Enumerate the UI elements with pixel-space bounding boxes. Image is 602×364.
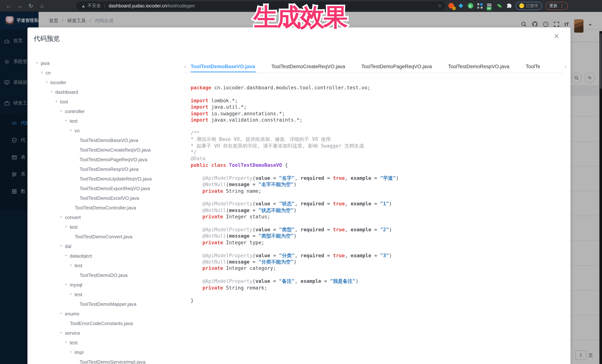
tree-node-ToolTestDemoConvert.java[interactable]: ToolTestDemoConvert.java [70, 232, 132, 241]
tree-node-ToolTestDemoRespVO.java[interactable]: ToolTestDemoRespVO.java [75, 164, 139, 174]
tree-node-tool[interactable]: tool [55, 97, 68, 106]
tree-folder-label: dal [65, 243, 71, 249]
extensions-row: 1 y on [448, 0, 568, 11]
gem-extension-icon[interactable] [458, 3, 464, 9]
tree-folder-label: mysql [70, 282, 82, 287]
tree-node-test[interactable]: test [65, 222, 77, 232]
code-line: @NotNull(message = "状态不能为空") [191, 207, 399, 214]
chevron-down-icon[interactable] [36, 62, 38, 64]
reload-button[interactable]: ↻ [25, 2, 36, 9]
chevron-down-icon[interactable] [55, 101, 57, 102]
tree-node-enums[interactable]: enums [60, 309, 79, 318]
bookmark-star-icon[interactable]: ☆ [438, 3, 442, 9]
tree-node-convert[interactable]: convert [60, 212, 81, 222]
tree-node-dashboard[interactable]: dashboard [50, 87, 78, 97]
sprout-extension-icon[interactable] [496, 3, 502, 9]
chevron-down-icon[interactable] [60, 332, 62, 333]
puzzle-extension-icon[interactable] [506, 3, 512, 9]
tree-node-cn[interactable]: cn [41, 68, 51, 77]
tree-node-dataobject[interactable]: dataobject [65, 251, 92, 260]
chevron-down-icon[interactable] [60, 313, 62, 314]
tab-ToolTe[interactable]: ToolTe [526, 61, 540, 72]
screen: ← → ↻ ⌂ ▲ 不安全 dashboard.yudao.iocoder.cn… [0, 0, 602, 364]
url-path: /tool/codegen [167, 3, 195, 8]
chevron-down-icon[interactable] [46, 82, 48, 83]
tree-node-test[interactable]: test [70, 260, 82, 270]
tree-node-ToolTestDemoMapper.java[interactable]: ToolTestDemoMapper.java [75, 299, 136, 309]
tree-node-ToolTestDemoExcelVO.java[interactable]: ToolTestDemoExcelVO.java [75, 193, 139, 203]
tree-folder-label: impl [75, 349, 84, 355]
tab-ToolTestDemoCreateReqVO-java[interactable]: ToolTestDemoCreateReqVO.java [271, 61, 345, 72]
file-tabs-bar: ‹ ToolTestDemoBaseVO.javaToolTestDemoCre… [184, 61, 563, 73]
chevron-down-icon[interactable] [70, 294, 72, 295]
tab-ToolTestDemoPageReqVO-java[interactable]: ToolTestDemoPageReqVO.java [361, 61, 432, 72]
chevron-down-icon[interactable] [65, 120, 67, 122]
tree-node-ToolTestDemoCreateReqVO.java[interactable]: ToolTestDemoCreateReqVO.java [75, 145, 150, 155]
tree-node-dal[interactable]: dal [60, 241, 71, 251]
chevron-down-icon[interactable] [65, 255, 67, 257]
chevron-down-icon[interactable] [60, 217, 62, 218]
tree-node-controller[interactable]: controller [60, 106, 85, 116]
tree-node-ToolTestDemoUpdateReqVO.java[interactable]: ToolTestDemoUpdateReqVO.java [75, 174, 152, 184]
tree-node-impl[interactable]: impl [70, 347, 84, 357]
chevron-down-icon[interactable] [70, 265, 72, 266]
home-button[interactable]: ⌂ [36, 3, 47, 9]
ssl-warning-label[interactable]: 不安全 [87, 3, 101, 9]
tree-node-iocoder[interactable]: iocoder [46, 77, 66, 87]
close-icon[interactable]: ✕ [554, 33, 559, 40]
tree-node-mysql[interactable]: mysql [65, 280, 82, 290]
code-line: /** [191, 130, 399, 136]
tab-ToolTestDemoRespVO-java[interactable]: ToolTestDemoRespVO.java [448, 61, 509, 72]
code-line: @NotNull(message = "名字不能为空") [191, 181, 399, 188]
tree-node-ToolTestDemoServiceImpl.java[interactable]: ToolTestDemoServiceImpl.java [75, 357, 145, 364]
chevron-down-icon[interactable] [60, 110, 62, 112]
back-button[interactable]: ← [3, 3, 14, 9]
chevron-down-icon[interactable] [65, 284, 67, 285]
tree-node-service[interactable]: service [60, 328, 80, 338]
code-preview-dialog: 代码预览 ✕ javacniocoderdashboardtoolcontrol… [27, 27, 570, 364]
chevron-down-icon[interactable] [70, 351, 72, 353]
tree-node-ToolTestDemoBaseVO.java[interactable]: ToolTestDemoBaseVO.java [75, 135, 138, 145]
tree-node-ToolTestDemoPageReqVO.java[interactable]: ToolTestDemoPageReqVO.java [75, 155, 147, 164]
tree-folder-label: test [70, 224, 77, 230]
chevron-down-icon[interactable] [41, 72, 43, 73]
tree-node-ToolTestDemoExportReqVO.java[interactable]: ToolTestDemoExportReqVO.java [75, 184, 150, 193]
list-extension-icon[interactable]: on [487, 3, 493, 9]
update-button[interactable]: 更新 ⋮ [546, 2, 568, 10]
chevron-down-icon[interactable] [65, 226, 67, 228]
tree-file-label: ToolTestDemoRespVO.java [80, 166, 139, 172]
chevron-down-icon[interactable] [65, 342, 67, 343]
tree-node-test[interactable]: test [70, 290, 82, 299]
tabs-scroll-left-icon[interactable]: ‹ [184, 64, 186, 69]
tree-node-ToolErrorCodeConstants.java[interactable]: ToolErrorCodeConstants.java [65, 318, 133, 328]
chevron-down-icon[interactable] [60, 245, 62, 247]
diamond-grid-extension-icon[interactable] [477, 3, 483, 9]
tree-node-test[interactable]: test [65, 116, 77, 126]
ubuntu-extension-icon[interactable]: 1 [448, 3, 454, 9]
green-y-extension-icon[interactable]: y [467, 3, 473, 9]
omnibox-divider [105, 3, 105, 8]
code-line: private String name; [191, 188, 399, 194]
tabs-scroll-right-icon[interactable]: › [565, 64, 566, 69]
tree-node-vo[interactable]: vo [70, 126, 80, 135]
tab-ToolTestDemoBaseVO-java[interactable]: ToolTestDemoBaseVO.java [191, 61, 255, 72]
forward-button[interactable]: → [14, 3, 25, 9]
scrollbar[interactable] [599, 31, 602, 364]
tree-file-label: ToolErrorCodeConstants.java [70, 321, 133, 326]
dialog-title: 代码预览 [34, 34, 60, 43]
code-line: import java.util.*; [191, 104, 399, 110]
tree-node-test[interactable]: test [65, 338, 77, 347]
tree-file-label: ToolTestDemoDO.java [80, 272, 128, 278]
tree-node-ToolTestDemoController.java[interactable]: ToolTestDemoController.java [70, 203, 136, 212]
chevron-down-icon[interactable] [50, 91, 53, 93]
ssl-warning-icon[interactable]: ▲ [81, 3, 86, 8]
kebab-menu-icon[interactable]: ⋮ [560, 3, 564, 8]
tree-file-label: ToolTestDemoBaseVO.java [80, 137, 138, 143]
tree-node-ToolTestDemoDO.java[interactable]: ToolTestDemoDO.java [75, 270, 128, 280]
tree-folder-label: test [75, 263, 82, 268]
paused-label: 已暂停 [526, 3, 538, 9]
profile-paused-pill[interactable]: 已暂停 [516, 2, 542, 10]
code-line: private Integer type; [191, 239, 399, 246]
tree-node-java[interactable]: java [36, 58, 50, 68]
chevron-down-icon[interactable] [70, 130, 72, 131]
